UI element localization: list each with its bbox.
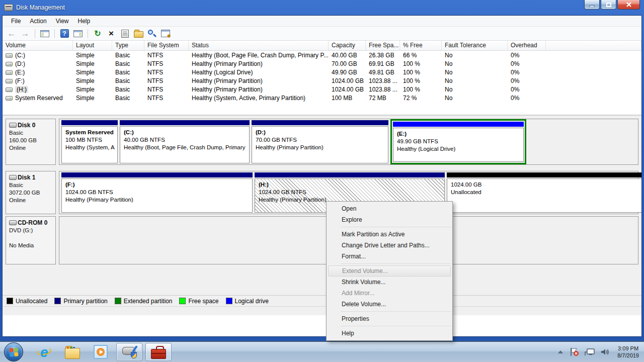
action-center-button[interactable]	[569, 347, 579, 356]
magnifier-icon	[147, 29, 156, 38]
cell-status: Healthy (Logical Drive)	[189, 69, 329, 76]
find-button[interactable]	[146, 28, 158, 39]
menu-add-mirror[interactable]: Add Mirror...	[327, 288, 452, 299]
col-volume[interactable]: Volume	[3, 41, 73, 50]
help-button[interactable]: ?	[58, 28, 70, 39]
partition-unallocated[interactable]: 1024.00 GBUnallocated	[447, 172, 642, 213]
menu-help[interactable]: Help	[73, 17, 95, 26]
col-status[interactable]: Status	[189, 41, 329, 50]
cell-type: Basic	[112, 69, 144, 76]
cell-overhead: 0%	[508, 52, 546, 59]
menu-change-drive-letter[interactable]: Change Drive Letter and Paths...	[327, 240, 452, 251]
taskbar-media-player[interactable]	[91, 342, 111, 361]
disk-1-label[interactable]: Disk 1 Basic 3072.00 GB Online	[6, 171, 56, 214]
show-action-pane-button[interactable]	[72, 28, 84, 39]
cell-layout: Simple	[73, 69, 112, 76]
col-capacity[interactable]: Capacity	[329, 41, 366, 50]
primary-partition-bar	[252, 120, 388, 125]
unallocated-swatch	[7, 298, 13, 304]
toolbar-separator	[88, 29, 88, 38]
cdrom-0-label[interactable]: CD-ROM 0 DVD (G:) No Media	[6, 216, 56, 264]
volume-row-d[interactable]: (D:) Simple Basic NTFS Healthy (Primary …	[3, 59, 641, 68]
cell-layout: Simple	[73, 52, 112, 59]
volume-row-f[interactable]: (F:) Simple Basic NTFS Healthy (Primary …	[3, 76, 641, 85]
partition-system-reserved[interactable]: System Reserved100 MB NTFSHealthy (Syste…	[61, 120, 118, 163]
menu-action[interactable]: Action	[25, 17, 51, 26]
menu-explore[interactable]: Explore	[327, 214, 452, 225]
menu-mark-partition-active[interactable]: Mark Partition as Active	[327, 229, 452, 240]
start-button[interactable]	[4, 342, 23, 361]
show-console-tree-button[interactable]	[39, 28, 51, 39]
cell-free: 72 MB	[366, 95, 400, 102]
volume-row-h-selected[interactable]: (H:) Simple Basic NTFS Healthy (Primary …	[3, 85, 641, 94]
cell-pctfree: 100 %	[400, 60, 442, 67]
cell-free: 26.38 GB	[366, 52, 400, 59]
cell-capacity: 70.00 GB	[329, 60, 366, 67]
cell-fault: No	[442, 95, 508, 102]
volume-row-system-reserved[interactable]: System Reserved Simple Basic NTFS Health…	[3, 94, 641, 102]
col-pctfree[interactable]: % Free	[400, 41, 442, 50]
properties-button[interactable]	[119, 28, 131, 39]
titlebar[interactable]: Disk Management	[0, 0, 644, 15]
help-icon: ?	[60, 29, 69, 38]
menu-properties[interactable]: Properties	[327, 313, 452, 324]
taskbar-clock[interactable]: 3:09 PM 8/7/2019	[615, 345, 639, 359]
cell-type: Basic	[112, 52, 144, 59]
menu-format[interactable]: Format...	[327, 251, 452, 262]
network-button[interactable]	[584, 347, 595, 356]
disk-1-row: Disk 1 Basic 3072.00 GB Online (F:)1024.…	[6, 171, 638, 214]
chevron-up-icon	[557, 349, 564, 354]
volume-button[interactable]	[600, 347, 610, 356]
partition-f[interactable]: (F:)1024.00 GB NTFSHealthy (Primary Part…	[61, 172, 253, 213]
cell-status: Healthy (Boot, Page File, Crash Dump, Pr…	[189, 52, 329, 59]
menu-help[interactable]: Help	[327, 328, 452, 339]
volume-row-c[interactable]: (C:) Simple Basic NTFS Healthy (Boot, Pa…	[3, 51, 641, 59]
cell-fault: No	[442, 77, 508, 84]
logical-drive-bar	[393, 122, 524, 127]
partition-e-extended[interactable]: (E:)49.90 GB NTFSHealthy (Logical Drive)	[390, 119, 526, 164]
cell-volume: (C:)	[15, 52, 25, 59]
disk-size: 3072.00 GB	[9, 189, 52, 197]
col-layout[interactable]: Layout	[73, 41, 112, 50]
menu-delete-volume[interactable]: Delete Volume...	[327, 299, 452, 310]
menu-extend-volume[interactable]: Extend Volume...	[328, 265, 451, 277]
menu-open[interactable]: Open	[327, 203, 452, 214]
col-overhead[interactable]: Overhead	[508, 41, 546, 50]
open-button[interactable]	[132, 28, 144, 39]
legend-free-space: Free space	[179, 298, 218, 305]
cell-overhead: 0%	[508, 77, 546, 84]
cell-fault: No	[442, 52, 508, 59]
taskbar-toolbox[interactable]	[145, 343, 172, 361]
close-button[interactable]	[617, 0, 640, 10]
cell-layout: Simple	[73, 60, 112, 67]
taskbar-internet-explorer[interactable]: e	[34, 342, 54, 361]
clock-date: 8/7/2019	[617, 352, 639, 359]
menubar: File Action View Help	[3, 16, 641, 27]
menu-file[interactable]: File	[7, 17, 25, 26]
back-button[interactable]: ←	[6, 28, 18, 39]
menu-shrink-volume[interactable]: Shrink Volume...	[327, 277, 452, 288]
taskbar-disk-management[interactable]	[116, 343, 142, 361]
partition-c[interactable]: (C:)40.00 GB NTFSHealthy (Boot, Page Fil…	[120, 120, 250, 163]
col-freespace[interactable]: Free Spa...	[366, 41, 400, 50]
cdrom-icon	[9, 220, 17, 225]
disk-0-label[interactable]: Disk 0 Basic 160.00 GB Online	[6, 119, 56, 165]
settings-button[interactable]	[159, 28, 172, 39]
cell-free: 49.81 GB	[366, 69, 400, 76]
col-filesystem[interactable]: File System	[144, 41, 189, 50]
col-faulttolerance[interactable]: Fault Tolerance	[442, 41, 508, 50]
minimize-button[interactable]	[584, 0, 600, 10]
maximize-button[interactable]	[601, 0, 616, 10]
refresh-button[interactable]: ↻	[92, 28, 104, 39]
delete-button[interactable]: ×	[105, 28, 117, 39]
col-type[interactable]: Type	[112, 41, 144, 50]
taskbar-windows-explorer[interactable]	[62, 342, 83, 361]
menu-separator	[341, 227, 451, 227]
legend-logical-drive: Logical drive	[226, 298, 269, 305]
forward-button[interactable]: →	[19, 28, 31, 39]
show-hidden-icons-button[interactable]	[557, 349, 564, 354]
partition-d[interactable]: (D:)70.00 GB NTFSHealthy (Primary Partit…	[252, 120, 388, 163]
properties-icon	[121, 30, 129, 38]
menu-view[interactable]: View	[51, 17, 73, 26]
volume-row-e[interactable]: (E:) Simple Basic NTFS Healthy (Logical …	[3, 68, 641, 76]
